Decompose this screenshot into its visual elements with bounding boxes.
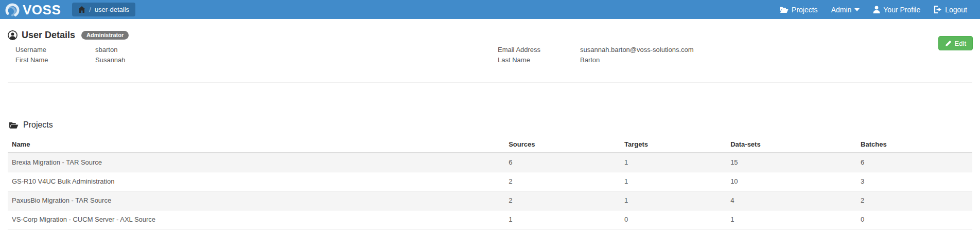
user-fields: Username sbarton First Name Susannah Ema… (8, 45, 972, 65)
projects-section-title: Projects (8, 120, 972, 130)
breadcrumb[interactable]: / user-details (72, 3, 135, 16)
breadcrumb-separator: / (89, 6, 91, 13)
column-header-datasets[interactable]: Data-sets (726, 136, 856, 153)
nav-item-label: Logout (945, 6, 967, 14)
user-icon (873, 6, 880, 13)
cell-targets: 1 (620, 153, 726, 172)
cell-batches: 6 (856, 153, 972, 172)
cell-sources: 6 (504, 153, 620, 172)
cell-batches: 3 (856, 172, 972, 191)
logout-icon (934, 6, 942, 13)
cell-name: VS-Corp Migration - CUCM Server - AXL So… (8, 210, 504, 229)
cell-name: Brexia Migration - TAR Source (8, 153, 504, 172)
section-divider (8, 82, 972, 83)
cell-datasets: 15 (726, 153, 856, 172)
cell-datasets: 1 (726, 210, 856, 229)
page-title: User Details (8, 30, 75, 41)
cell-sources: 1 (504, 210, 620, 229)
field-email: Email Address susannah.barton@voss-solut… (490, 45, 972, 55)
breadcrumb-current: user-details (95, 6, 129, 13)
user-details-header: User Details Administrator (8, 30, 972, 41)
projects-table: Name Sources Targets Data-sets Batches B… (8, 136, 972, 229)
projects-table-header-row: Name Sources Targets Data-sets Batches (8, 136, 972, 153)
cell-targets: 1 (620, 191, 726, 210)
column-header-targets[interactable]: Targets (620, 136, 726, 153)
main-content: User Details Administrator Edit Username… (0, 19, 980, 229)
brand-text: VOSS (23, 3, 61, 16)
cell-sources: 2 (504, 172, 620, 191)
cell-batches: 0 (856, 210, 972, 229)
projects-title-text: Projects (23, 120, 53, 130)
field-label: Last Name (498, 55, 580, 65)
cell-targets: 0 (620, 210, 726, 229)
cell-name: PaxusBio Migration - TAR Source (8, 191, 504, 210)
page-title-text: User Details (22, 30, 75, 41)
cell-name: GS-R10 V4UC Bulk Administration (8, 172, 504, 191)
cell-datasets: 10 (726, 172, 856, 191)
column-header-batches[interactable]: Batches (856, 136, 972, 153)
pencil-icon (945, 40, 952, 47)
home-icon (78, 6, 85, 13)
field-label: First Name (15, 55, 95, 65)
field-value: sbarton (95, 45, 117, 55)
edit-button-label: Edit (955, 40, 966, 47)
field-value: Susannah (95, 55, 126, 65)
field-label: Email Address (498, 45, 580, 55)
nav-item-logout[interactable]: Logout (927, 0, 974, 19)
user-circle-icon (8, 30, 18, 40)
table-row[interactable]: GS-R10 V4UC Bulk Administration 2 1 10 3 (8, 172, 972, 191)
table-row[interactable]: PaxusBio Migration - TAR Source 2 1 4 2 (8, 191, 972, 210)
folder-open-icon (779, 6, 789, 13)
top-navbar: VOSS / user-details Projects Admin (0, 0, 980, 19)
role-badge: Administrator (81, 31, 129, 40)
column-header-name[interactable]: Name (8, 136, 504, 153)
nav-item-label: Your Profile (883, 6, 920, 14)
field-label: Username (15, 45, 95, 55)
nav-item-admin[interactable]: Admin (825, 0, 867, 19)
cell-targets: 1 (620, 172, 726, 191)
nav-item-label: Projects (792, 6, 818, 14)
field-value: susannah.barton@voss-solutions.com (580, 45, 694, 55)
field-value: Barton (580, 55, 600, 65)
field-last-name: Last Name Barton (490, 55, 972, 65)
folder-open-dark-icon (9, 121, 19, 129)
voss-logo[interactable]: VOSS (3, 1, 61, 19)
nav-item-projects[interactable]: Projects (773, 0, 825, 19)
voss-swirl-icon (3, 1, 22, 19)
cell-batches: 2 (856, 191, 972, 210)
caret-down-icon (854, 8, 860, 11)
field-first-name: First Name Susannah (8, 55, 490, 65)
table-row[interactable]: VS-Corp Migration - CUCM Server - AXL So… (8, 210, 972, 229)
column-header-sources[interactable]: Sources (504, 136, 620, 153)
cell-sources: 2 (504, 191, 620, 210)
cell-datasets: 4 (726, 191, 856, 210)
table-row[interactable]: Brexia Migration - TAR Source 6 1 15 6 (8, 153, 972, 172)
edit-button[interactable]: Edit (938, 36, 973, 50)
field-username: Username sbarton (8, 45, 490, 55)
nav-item-your-profile[interactable]: Your Profile (866, 0, 927, 19)
nav-item-label: Admin (831, 6, 852, 14)
